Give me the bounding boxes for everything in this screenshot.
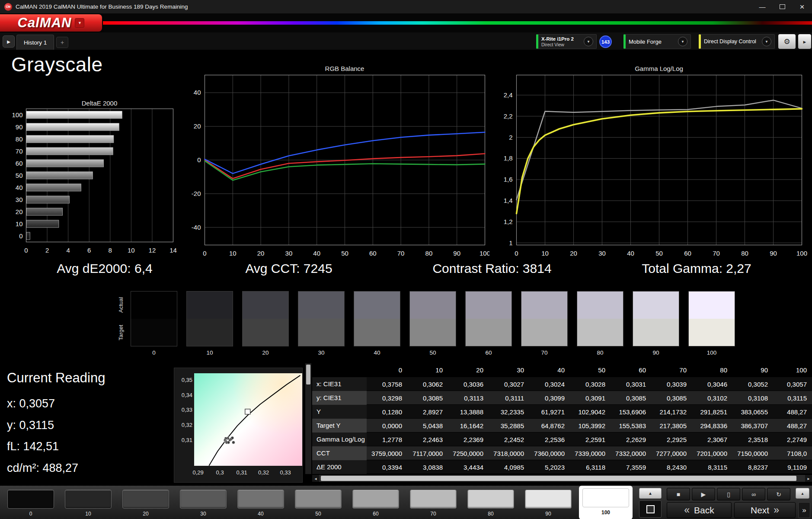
close-button[interactable]: ×: [792, 0, 812, 13]
stat-contrast-ratio: Contrast Ratio: 3814: [432, 261, 551, 276]
table-cell: 0,3102: [692, 394, 732, 402]
level-swatch-button[interactable]: 20: [122, 486, 169, 517]
logo-dropdown-icon[interactable]: ▼: [75, 18, 84, 28]
toolbar-more-button[interactable]: »: [798, 502, 810, 518]
table-cell: 0,3085: [611, 394, 651, 402]
vertical-scroll-thumb[interactable]: [306, 365, 310, 384]
table-cell: 13,3888: [448, 408, 489, 416]
table-cell: 35,2885: [489, 422, 529, 429]
pattern-preview-button[interactable]: [639, 500, 662, 518]
toolbar-up-button[interactable]: ▲: [639, 488, 662, 499]
table-col-header[interactable]: 20: [448, 366, 489, 374]
meter-dropdown-icon[interactable]: ▼: [584, 37, 593, 46]
swatch-level-label: 20: [242, 349, 289, 356]
tab-history-1[interactable]: History 1: [16, 35, 54, 50]
table-cell: 0,3057: [773, 381, 812, 388]
level-swatch-button[interactable]: 10: [65, 486, 112, 517]
maximize-icon: [780, 4, 785, 9]
level-swatch-button[interactable]: 30: [180, 486, 227, 517]
table-col-header[interactable]: 30: [489, 366, 529, 374]
level-swatch-button[interactable]: 100: [579, 486, 633, 519]
table-cell: 291,8251: [692, 408, 732, 416]
level-swatch-tile: [582, 488, 629, 507]
display-name: Direct Display Control: [704, 38, 759, 45]
meter-selector[interactable]: X-Rite i1Pro 2 Direct View ▼: [536, 34, 597, 49]
calman-logo[interactable]: CalMAN ▼: [0, 14, 102, 32]
level-swatch-button[interactable]: 60: [352, 486, 399, 517]
svg-text:1,8: 1,8: [504, 154, 513, 162]
meter-name: X-Rite i1Pro 2: [541, 36, 581, 42]
reading-y: y: 0,3115: [7, 419, 54, 432]
svg-text:40: 40: [16, 184, 23, 191]
swatch-pair: [354, 291, 400, 346]
display-selector[interactable]: Direct Display Control ▼: [699, 34, 775, 49]
source-selector[interactable]: Mobile Forge ▼: [623, 34, 691, 49]
table-col-header[interactable]: 0: [367, 366, 407, 374]
tab-nav-button[interactable]: ▶: [3, 35, 15, 48]
table-cell: 1,2778: [367, 436, 407, 443]
level-swatch-button[interactable]: 90: [525, 486, 572, 517]
stop-button[interactable]: ■: [667, 488, 690, 500]
table-col-header[interactable]: 70: [651, 366, 692, 374]
table-cell: 2,2591: [570, 436, 611, 443]
swatch-pair: [242, 291, 289, 346]
table-col-header[interactable]: 40: [529, 366, 570, 374]
table-col-header[interactable]: 10: [407, 366, 448, 374]
table-cell: 0,3758: [367, 381, 407, 388]
svg-text:70: 70: [713, 250, 720, 257]
next-label: Next: [751, 505, 769, 516]
level-swatch-button[interactable]: 70: [410, 486, 457, 517]
table-vertical-scrollbar[interactable]: [305, 363, 311, 474]
horizontal-scroll-thumb[interactable]: [321, 476, 796, 481]
svg-text:90: 90: [453, 250, 460, 257]
svg-text:50: 50: [16, 172, 23, 179]
svg-text:6: 6: [87, 247, 91, 254]
deltae-chart-title: DeltaE 2000: [26, 99, 173, 107]
toolbar-corner-up-button[interactable]: ▴: [796, 488, 809, 499]
target-swatch: [243, 319, 288, 346]
actual-swatch: [689, 292, 735, 319]
table-col-header[interactable]: 90: [732, 366, 773, 374]
level-swatch-button[interactable]: 40: [237, 486, 284, 517]
table-cell: 0,0000: [367, 422, 407, 429]
table-cell: 0,3108: [732, 394, 773, 402]
collapse-panel-icon[interactable]: ▸: [798, 34, 811, 49]
svg-text:-40: -40: [192, 224, 201, 231]
target-swatch: [131, 319, 177, 346]
swatch-pair: [465, 291, 512, 346]
level-swatch-tile: [122, 490, 169, 509]
window-title: CalMAN 2019 CalMAN Ultimate for Business…: [16, 3, 188, 10]
level-swatch-button[interactable]: 50: [295, 486, 342, 517]
grayscale-swatch: 80: [577, 291, 623, 356]
table-col-header[interactable]: 60: [611, 366, 651, 374]
table-cell: 2,2629: [611, 436, 651, 443]
level-swatch-button[interactable]: 0: [7, 486, 54, 517]
maximize-button[interactable]: [772, 0, 792, 13]
single-measure-button[interactable]: ▯: [717, 488, 740, 500]
table-row: x: CIE310,37580,30620,30360,30270,30240,…: [312, 377, 812, 391]
table-row-label: ΔE 2000: [312, 460, 367, 474]
table-col-header[interactable]: 80: [692, 366, 732, 374]
display-dropdown-icon[interactable]: ▼: [762, 37, 771, 46]
table-horizontal-scrollbar[interactable]: ◂ ▸: [312, 475, 812, 482]
add-tab-button[interactable]: +: [56, 37, 68, 48]
minimize-button[interactable]: —: [752, 0, 772, 13]
stat-avg-de2000: Avg dE2000: 6,4: [57, 261, 152, 276]
settings-gear-icon[interactable]: ⚙: [778, 34, 796, 49]
scroll-right-icon[interactable]: ▸: [805, 475, 812, 482]
reset-button[interactable]: ↻: [767, 488, 790, 500]
table-col-header[interactable]: 100: [773, 366, 812, 374]
svg-text:90: 90: [770, 250, 777, 257]
back-button[interactable]: « Back: [667, 502, 732, 518]
svg-text:80: 80: [741, 250, 748, 257]
source-dropdown-icon[interactable]: ▼: [678, 37, 687, 46]
scroll-left-icon[interactable]: ◂: [312, 475, 319, 482]
play-button[interactable]: ▶: [692, 488, 715, 500]
table-col-header[interactable]: 50: [570, 366, 611, 374]
table-cell: 7277,0000: [651, 450, 692, 457]
level-swatch-tile: [65, 490, 112, 509]
level-swatch-button[interactable]: 80: [467, 486, 514, 517]
swatch-level-label: 40: [354, 349, 400, 356]
next-button[interactable]: Next »: [734, 502, 796, 518]
continuous-loop-button[interactable]: ∞: [742, 488, 765, 500]
